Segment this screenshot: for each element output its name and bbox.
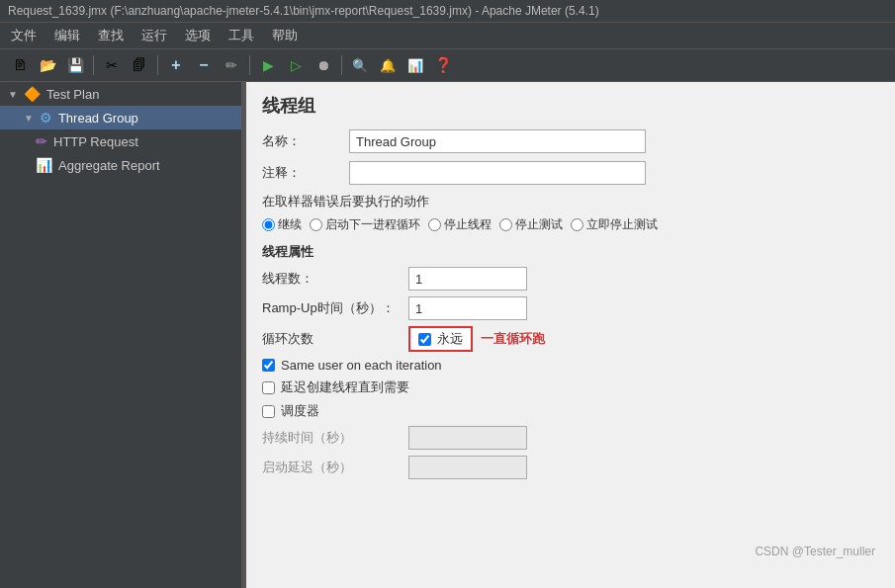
sidebar-item-aggregate-report[interactable]: 📊 Aggregate Report xyxy=(0,153,241,177)
expand-arrow-testplan: ▼ xyxy=(8,89,18,100)
sidebar-item-test-plan[interactable]: ▼ 🔶 Test Plan xyxy=(0,82,241,106)
radio-stop-now-label: 立即停止测试 xyxy=(586,216,658,233)
toolbar-edit[interactable]: ✏ xyxy=(220,53,243,77)
delay-label: 延迟创建线程直到需要 xyxy=(281,378,409,396)
toolbar-run[interactable]: ▶ xyxy=(256,53,280,77)
panel-title: 线程组 xyxy=(262,94,879,118)
scheduler-label: 调度器 xyxy=(281,402,319,420)
toolbar-notify[interactable]: 🔔 xyxy=(376,53,400,77)
radio-stop-test-label: 停止测试 xyxy=(515,216,563,233)
delay-row: 延迟创建线程直到需要 xyxy=(262,378,879,396)
toolbar-run-np[interactable]: ▷ xyxy=(284,53,308,77)
ramp-up-label: Ramp-Up时间（秒）： xyxy=(262,299,401,317)
start-delay-row: 启动延迟（秒） xyxy=(262,456,879,479)
thread-count-input[interactable] xyxy=(408,267,527,291)
menu-run[interactable]: 运行 xyxy=(138,26,170,45)
comment-input[interactable] xyxy=(349,161,646,185)
comment-label: 注释： xyxy=(262,164,341,182)
loop-box: 永远 xyxy=(408,326,473,352)
same-user-label: Same user on each iteration xyxy=(281,358,442,373)
start-delay-input[interactable] xyxy=(408,456,527,479)
toolbar-new[interactable]: 🖹 xyxy=(8,53,32,77)
menu-find[interactable]: 查找 xyxy=(95,26,127,45)
toolbar-pause[interactable]: ⏺ xyxy=(312,53,335,77)
thread-count-label: 线程数： xyxy=(262,270,401,288)
delay-checkbox[interactable] xyxy=(262,381,275,394)
error-action-label: 在取样器错误后要执行的动作 xyxy=(262,193,879,210)
radio-continue[interactable]: 继续 xyxy=(262,216,302,233)
ramp-up-row: Ramp-Up时间（秒）： xyxy=(262,296,879,320)
radio-stop-test[interactable]: 停止测试 xyxy=(499,216,563,233)
radio-stop-thread-label: 停止线程 xyxy=(444,216,492,233)
toolbar-sep3 xyxy=(249,55,250,75)
same-user-row: Same user on each iteration xyxy=(262,358,879,373)
toolbar-save[interactable]: 💾 xyxy=(63,53,87,77)
sidebar: ▼ 🔶 Test Plan ▼ ⚙ Thread Group ✏ HTTP Re… xyxy=(0,82,242,588)
menu-bar: 文件 编辑 查找 运行 选项 工具 帮助 xyxy=(0,23,895,49)
toolbar-sep2 xyxy=(157,55,158,75)
sidebar-label-test-plan: Test Plan xyxy=(46,87,99,102)
menu-file[interactable]: 文件 xyxy=(8,26,40,45)
threadgroup-icon: ⚙ xyxy=(40,110,52,126)
radio-next-loop[interactable]: 启动下一进程循环 xyxy=(310,216,420,233)
aggregatereport-icon: 📊 xyxy=(36,157,52,173)
radio-continue-label: 继续 xyxy=(278,216,302,233)
title-bar: Request_1639.jmx (F:\anzhuang\apache-jme… xyxy=(0,0,895,23)
toolbar-remove[interactable]: − xyxy=(192,53,216,77)
toolbar-help[interactable]: ❓ xyxy=(431,53,455,77)
httprequest-icon: ✏ xyxy=(36,133,47,149)
content-panel: 线程组 名称： 注释： 在取样器错误后要执行的动作 继续 启动下一进程循环 停止… xyxy=(246,82,895,588)
duration-label: 持续时间（秒） xyxy=(262,429,401,447)
ramp-up-input[interactable] xyxy=(408,296,527,320)
toolbar-add[interactable]: + xyxy=(164,53,188,77)
watermark: CSDN @Tester_muller xyxy=(755,545,875,558)
thread-props-header: 线程属性 xyxy=(262,243,879,261)
name-input[interactable] xyxy=(349,129,646,153)
forever-checkbox[interactable] xyxy=(418,333,431,346)
loop-annotation: 一直循环跑 xyxy=(481,330,545,348)
watermark-text: CSDN @Tester_muller xyxy=(755,545,875,558)
radio-next-loop-label: 启动下一进程循环 xyxy=(325,216,420,233)
toolbar-sep1 xyxy=(93,55,94,75)
title-text: Request_1639.jmx (F:\anzhuang\apache-jme… xyxy=(8,4,599,18)
scheduler-checkbox[interactable] xyxy=(262,405,275,418)
duration-input[interactable] xyxy=(408,426,527,450)
loop-count-row: 循环次数 永远 一直循环跑 xyxy=(262,326,879,352)
sidebar-item-http-request[interactable]: ✏ HTTP Request xyxy=(0,129,241,153)
sidebar-label-aggregate-report: Aggregate Report xyxy=(58,158,160,173)
name-row: 名称： xyxy=(262,129,879,153)
testplan-icon: 🔶 xyxy=(24,86,41,102)
forever-label: 永远 xyxy=(437,330,463,348)
menu-help[interactable]: 帮助 xyxy=(269,26,301,45)
sidebar-label-thread-group: Thread Group xyxy=(58,111,138,126)
loop-count-label: 循环次数 xyxy=(262,330,401,348)
toolbar: 🖹 📂 💾 ✂ 🗐 + − ✏ ▶ ▷ ⏺ 🔍 🔔 📊 ❓ xyxy=(0,49,895,82)
menu-edit[interactable]: 编辑 xyxy=(51,26,83,45)
menu-options[interactable]: 选项 xyxy=(182,26,214,45)
toolbar-search[interactable]: 🔍 xyxy=(348,53,372,77)
sidebar-item-thread-group[interactable]: ▼ ⚙ Thread Group xyxy=(0,106,241,129)
error-action-radio-group: 继续 启动下一进程循环 停止线程 停止测试 立即停止测试 xyxy=(262,216,879,233)
toolbar-copy[interactable]: 🗐 xyxy=(128,53,151,77)
sidebar-label-http-request: HTTP Request xyxy=(53,134,138,149)
toolbar-cut[interactable]: ✂ xyxy=(100,53,124,77)
menu-tools[interactable]: 工具 xyxy=(225,26,257,45)
toolbar-sep4 xyxy=(341,55,342,75)
toolbar-open[interactable]: 📂 xyxy=(36,53,59,77)
same-user-checkbox[interactable] xyxy=(262,359,275,372)
toolbar-report[interactable]: 📊 xyxy=(403,53,427,77)
duration-row: 持续时间（秒） xyxy=(262,426,879,450)
comment-row: 注释： xyxy=(262,161,879,185)
expand-arrow-threadgroup: ▼ xyxy=(24,113,34,124)
scheduler-row: 调度器 xyxy=(262,402,879,420)
start-delay-label: 启动延迟（秒） xyxy=(262,459,401,476)
radio-stop-thread[interactable]: 停止线程 xyxy=(428,216,492,233)
name-label: 名称： xyxy=(262,132,341,150)
radio-stop-now[interactable]: 立即停止测试 xyxy=(571,216,658,233)
main-layout: ▼ 🔶 Test Plan ▼ ⚙ Thread Group ✏ HTTP Re… xyxy=(0,82,895,588)
thread-count-row: 线程数： xyxy=(262,267,879,291)
